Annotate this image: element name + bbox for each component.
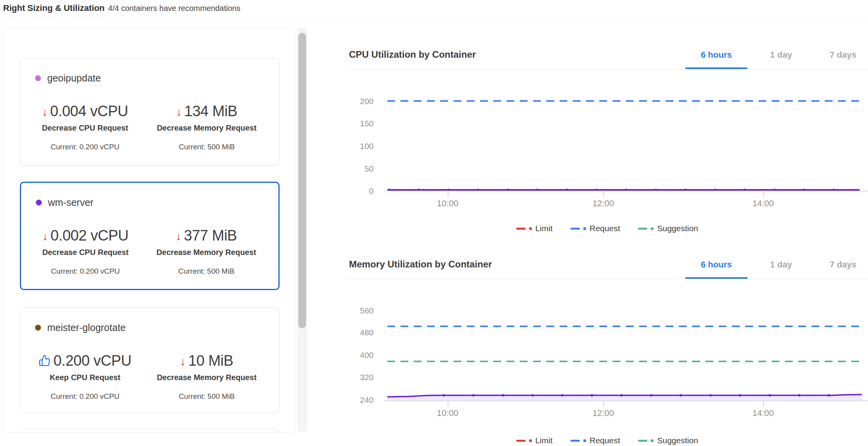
memory-current-label: Current: 500 MiB — [179, 142, 235, 151]
container-list-panel: geoipupdate ↓ 0.004 vCPU Decrease CPU Re… — [3, 27, 295, 433]
cpu-recommendation: ↓ 0.004 vCPU Decrease CPU Request Curren… — [24, 102, 146, 151]
y-axis-tick: 200 — [346, 96, 374, 106]
container-card-geoipupdate[interactable]: geoipupdate ↓ 0.004 vCPU Decrease CPU Re… — [20, 58, 280, 165]
container-color-dot — [35, 325, 41, 331]
cpu-current-label: Current: 0.200 vCPU — [51, 142, 119, 151]
container-card-partial[interactable] — [20, 428, 280, 433]
x-axis-tick-mark — [448, 401, 448, 407]
limit-dot-swatch — [529, 227, 532, 230]
x-axis-tick-mark — [448, 191, 448, 197]
y-axis-tick: 0 — [346, 186, 374, 196]
legend-item-limit[interactable]: Limit — [516, 224, 553, 233]
legend-item-request[interactable]: Request — [570, 436, 620, 445]
x-axis-tick-mark — [603, 401, 604, 407]
memory-action-label: Decrease Memory Request — [157, 124, 257, 133]
container-card-meister-glogrotate[interactable]: meister-glogrotate 0.200 vCPU Keep CPU R… — [20, 308, 280, 413]
cpu-tab-1-day[interactable]: 1 day — [750, 50, 812, 60]
page-header: Right Sizing & Utilization4/4 containers… — [3, 3, 240, 13]
legend-label: Request — [590, 436, 620, 445]
request-dashed-line — [387, 100, 862, 102]
y-axis-tick: 100 — [346, 141, 374, 151]
memory-recommendation: ↓ 10 MiB Decrease Memory Request Current… — [146, 352, 267, 401]
decrease-arrow-icon: ↓ — [176, 231, 181, 242]
container-name: wm-server — [48, 197, 94, 208]
x-axis-line — [384, 400, 868, 401]
memory-action-label: Decrease Memory Request — [157, 373, 257, 382]
request-dot-swatch — [583, 227, 586, 230]
memory-current-label: Current: 500 MiB — [178, 267, 234, 276]
y-axis-tick: 560 — [346, 306, 374, 316]
legend-label: Limit — [535, 224, 553, 233]
decrease-arrow-icon: ↓ — [43, 231, 48, 242]
request-dashed-line — [387, 326, 862, 327]
scrollbar[interactable] — [297, 28, 307, 432]
memory-current-label: Current: 500 MiB — [179, 392, 235, 401]
cpu-recommended-value: ↓ 0.002 vCPU — [43, 227, 129, 244]
scrollbar-thumb[interactable] — [298, 33, 306, 328]
x-axis-label: 14:00 — [740, 408, 787, 418]
cpu-utilization-section: CPU Utilization by Container 6 hours 1 d… — [346, 43, 868, 238]
memory-recommendation: ↓ 377 MiB Decrease Memory Request Curren… — [146, 227, 267, 276]
recommendation-metrics: 0.200 vCPU Keep CPU Request Current: 0.2… — [24, 352, 267, 401]
cpu-value-text: 0.004 vCPU — [50, 102, 128, 120]
suggestion-dashed-line — [387, 361, 862, 362]
card-title-row: geoipupdate — [35, 73, 101, 84]
cpu-tab-7-days[interactable]: 7 days — [818, 50, 868, 60]
legend-item-limit[interactable]: Limit — [516, 436, 553, 445]
memory-recommended-value: ↓ 134 MiB — [176, 102, 237, 120]
request-dot-swatch — [583, 439, 586, 442]
legend-label: Request — [590, 224, 620, 233]
cpu-tab-6-hours[interactable]: 6 hours — [685, 50, 748, 60]
recommendation-metrics: ↓ 0.004 vCPU Decrease CPU Request Curren… — [24, 102, 267, 151]
x-axis-label: 10:00 — [424, 198, 471, 209]
page-title: Right Sizing & Utilization — [3, 3, 105, 13]
x-axis-line — [384, 191, 868, 191]
cpu-action-label: Decrease CPU Request — [42, 124, 128, 133]
container-name: geoipupdate — [47, 73, 101, 84]
x-axis-label: 10:00 — [424, 408, 471, 418]
legend-label: Suggestion — [657, 436, 698, 445]
recommendation-metrics: ↓ 0.002 vCPU Decrease CPU Request Curren… — [25, 227, 267, 276]
y-axis-tick: 320 — [346, 372, 374, 382]
legend-item-suggestion[interactable]: Suggestion — [638, 436, 698, 445]
section-divider — [346, 279, 868, 279]
card-title-row: meister-glogrotate — [35, 322, 126, 333]
memory-action-label: Decrease Memory Request — [156, 248, 256, 257]
x-axis-label: 12:00 — [580, 408, 627, 418]
memory-value-text: 134 MiB — [184, 102, 237, 120]
y-axis-tick: 50 — [346, 164, 374, 174]
legend-item-suggestion[interactable]: Suggestion — [638, 224, 698, 233]
memory-chart-title: Memory Utilization by Container — [349, 259, 492, 270]
cpu-action-label: Keep CPU Request — [50, 373, 120, 382]
memory-value-text: 377 MiB — [184, 227, 237, 244]
section-divider — [346, 69, 868, 69]
cpu-recommendation: 0.200 vCPU Keep CPU Request Current: 0.2… — [24, 352, 146, 401]
y-axis-tick: 240 — [346, 395, 374, 405]
limit-line-swatch — [516, 228, 526, 230]
container-card-wm-server-selected[interactable]: wm-server ↓ 0.002 vCPU Decrease CPU Requ… — [20, 182, 280, 290]
y-axis-tick: 400 — [346, 350, 374, 360]
x-axis-tick-mark — [763, 191, 764, 197]
memory-usage-markers — [442, 393, 855, 397]
memory-tab-6-hours[interactable]: 6 hours — [685, 260, 748, 270]
container-name: meister-glogrotate — [47, 322, 126, 333]
right-sizing-page: Right Sizing & Utilization4/4 containers… — [0, 0, 868, 446]
limit-line-swatch — [516, 440, 526, 442]
cpu-current-label: Current: 0.200 vCPU — [51, 392, 119, 401]
keep-thumbs-up-icon — [39, 352, 51, 370]
legend-label: Limit — [535, 436, 553, 445]
cpu-current-label: Current: 0.200 vCPU — [51, 267, 120, 276]
suggestion-dot-swatch — [651, 227, 654, 230]
limit-dot-swatch — [529, 439, 532, 442]
x-axis-label: 12:00 — [580, 198, 627, 209]
chart-legend: Limit Request Suggestion — [346, 224, 868, 233]
memory-tab-1-day[interactable]: 1 day — [750, 260, 812, 270]
page-subtitle: 4/4 containers have recommendations — [108, 4, 240, 12]
chart-legend: Limit Request Suggestion — [346, 436, 868, 445]
legend-item-request[interactable]: Request — [570, 224, 620, 233]
cpu-recommended-value: ↓ 0.004 vCPU — [42, 102, 128, 120]
cpu-action-label: Decrease CPU Request — [42, 248, 128, 257]
cpu-recommendation: ↓ 0.002 vCPU Decrease CPU Request Curren… — [25, 227, 146, 276]
memory-tab-7-days[interactable]: 7 days — [818, 260, 868, 270]
y-axis-tick: 480 — [346, 327, 374, 338]
